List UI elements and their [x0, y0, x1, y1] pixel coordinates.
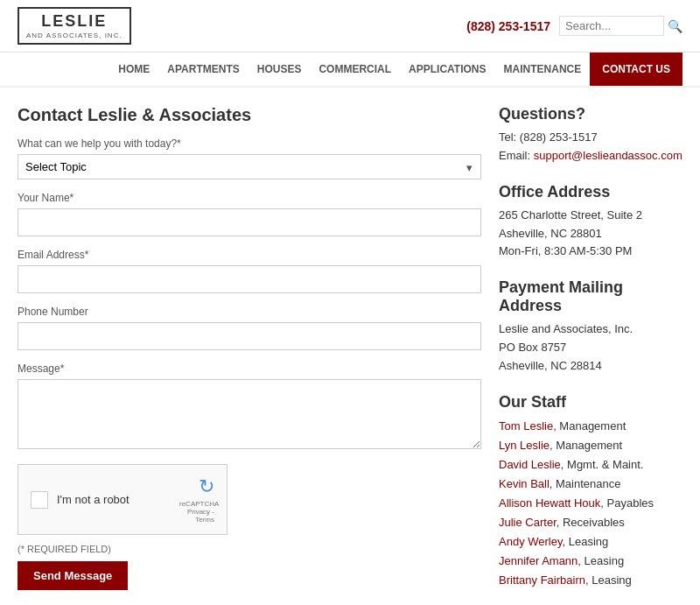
questions-heading: Questions?: [499, 105, 682, 123]
search-icon[interactable]: 🔍: [668, 19, 682, 33]
office-address: 265 Charlotte Street, Suite 2 Asheville,…: [499, 207, 682, 261]
staff-name-link[interactable]: Jennifer Amann: [499, 554, 578, 567]
message-group: Message*: [18, 362, 481, 452]
logo-area: LESLIE AND ASSOCIATES, INC.: [18, 7, 131, 45]
nav-houses[interactable]: HOUSES: [248, 53, 311, 86]
staff-name-link[interactable]: Brittany Fairbairn: [499, 573, 585, 587]
staff-member: Andy Werley, Leasing: [499, 532, 682, 552]
captcha-checkbox[interactable]: [31, 491, 48, 509]
nav-contact-us[interactable]: CONTACT US: [590, 53, 682, 86]
sidebar-panel: Questions? Tel: (828) 253-1517 Email: su…: [499, 105, 682, 605]
email-label: Email Address*: [18, 249, 481, 261]
staff-member: Allison Hewatt Houk, Payables: [499, 494, 682, 513]
staff-member: Julie Carter, Receivables: [499, 513, 682, 532]
nav-commercial[interactable]: COMMERCIAL: [310, 53, 400, 86]
captcha-logo: ↻ reCAPTCHAPrivacy - Terms: [179, 475, 214, 524]
staff-member: Kevin Ball, Maintenance: [499, 475, 682, 494]
header-right: (828) 253-1517 🔍: [466, 16, 682, 36]
staff-member: Brittany Fairbairn, Leasing: [499, 571, 682, 590]
email-link[interactable]: support@leslieandassoc.com: [534, 149, 682, 162]
staff-name-link[interactable]: Kevin Ball: [499, 477, 550, 490]
send-message-button[interactable]: Send Message: [18, 561, 128, 590]
main-nav: HOME APARTMENTS HOUSES COMMERCIAL APPLIC…: [0, 53, 700, 88]
nav-apartments[interactable]: APARTMENTS: [158, 53, 248, 86]
mailing-address: Leslie and Associates, Inc. PO Box 8757 …: [499, 320, 682, 375]
nav-applications[interactable]: APPLICATIONS: [400, 53, 494, 86]
staff-name-link[interactable]: Tom Leslie: [499, 419, 553, 433]
office-address-section: Office Address 265 Charlotte Street, Sui…: [499, 183, 682, 261]
office-heading: Office Address: [499, 183, 682, 201]
staff-member: David Leslie, Mgmt. & Maint.: [499, 455, 682, 475]
logo-name: LESLIE: [26, 12, 122, 32]
email-group: Email Address*: [18, 249, 481, 293]
main-content: Contact Leslie & Associates What can we …: [0, 88, 700, 605]
logo: LESLIE AND ASSOCIATES, INC.: [18, 7, 131, 45]
staff-name-link[interactable]: Allison Hewatt Houk: [499, 496, 600, 510]
phone-label: Phone Number: [18, 306, 481, 318]
staff-member: Tom Leslie, Management: [499, 417, 682, 436]
staff-member: Lyn Leslie, Management: [499, 436, 682, 455]
phone-input[interactable]: [18, 322, 481, 350]
tel-line: Tel: (828) 253-1517: [499, 129, 682, 147]
contact-form-panel: Contact Leslie & Associates What can we …: [18, 105, 481, 605]
questions-section: Questions? Tel: (828) 253-1517 Email: su…: [499, 105, 682, 165]
name-label: Your Name*: [18, 192, 481, 204]
name-input[interactable]: [18, 208, 481, 236]
search-box: 🔍: [559, 16, 682, 36]
topic-label: What can we help you with today?*: [18, 137, 481, 150]
recaptcha-icon: ↻: [179, 475, 214, 498]
staff-section: Our Staff Tom Leslie, ManagementLyn Lesl…: [499, 393, 682, 591]
staff-heading: Our Staff: [499, 393, 682, 412]
nav-home[interactable]: HOME: [109, 53, 158, 86]
logo-subtitle: AND ASSOCIATES, INC.: [26, 32, 122, 40]
nav-maintenance[interactable]: MAINTENANCE: [495, 53, 591, 86]
email-line: Email: support@leslieandassoc.com: [499, 147, 682, 165]
page-title: Contact Leslie & Associates: [18, 105, 481, 125]
staff-name-link[interactable]: Lyn Leslie: [499, 439, 550, 452]
message-textarea[interactable]: [18, 379, 481, 449]
staff-name-link[interactable]: Julie Carter: [499, 516, 556, 529]
site-header: LESLIE AND ASSOCIATES, INC. (828) 253-15…: [0, 0, 700, 53]
mailing-address-section: Payment Mailing Address Leslie and Assoc…: [499, 278, 682, 375]
captcha-sub: reCAPTCHAPrivacy - Terms: [179, 500, 214, 524]
email-text-label: Email:: [499, 149, 534, 162]
staff-name-link[interactable]: David Leslie: [499, 458, 561, 471]
search-input[interactable]: [559, 16, 664, 36]
topic-select-wrapper: Select Topic General Inquiry Maintenance…: [18, 154, 481, 179]
staff-list: Tom Leslie, ManagementLyn Leslie, Manage…: [499, 417, 682, 591]
staff-name-link[interactable]: Andy Werley: [499, 535, 563, 548]
captcha-box: I'm not a robot ↻ reCAPTCHAPrivacy - Ter…: [18, 464, 228, 535]
topic-select[interactable]: Select Topic General Inquiry Maintenance…: [18, 154, 481, 179]
message-label: Message*: [18, 362, 481, 375]
staff-member: Jennifer Amann, Leasing: [499, 552, 682, 571]
email-input[interactable]: [18, 265, 481, 293]
mailing-heading: Payment Mailing Address: [499, 278, 682, 315]
topic-group: What can we help you with today?* Select…: [18, 137, 481, 179]
captcha-label: I'm not a robot: [57, 493, 171, 506]
phone-group: Phone Number: [18, 306, 481, 350]
required-note: (* REQUIRED FIELD): [18, 544, 481, 554]
header-phone: (828) 253-1517: [466, 19, 550, 33]
name-group: Your Name*: [18, 192, 481, 236]
